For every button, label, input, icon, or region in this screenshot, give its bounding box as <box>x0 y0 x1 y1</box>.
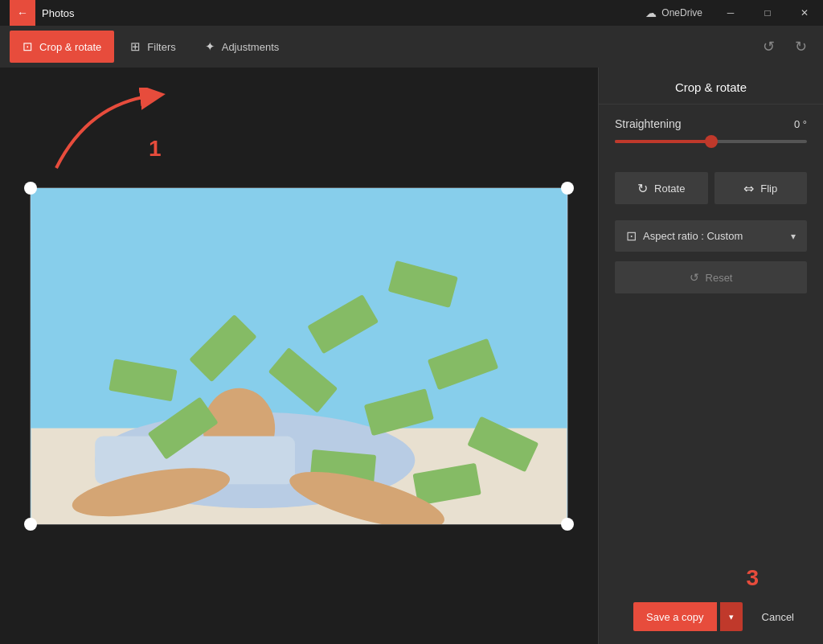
straightening-slider-track[interactable] <box>615 140 807 143</box>
toolbar: ⊡ Crop & rotate ⊞ Filters ✦ Adjustments … <box>0 26 823 68</box>
rotate-button[interactable]: ↻ Rotate <box>615 172 708 204</box>
crop-rotate-label: Crop & rotate <box>39 41 101 53</box>
adjustments-icon: ✦ <box>205 39 215 54</box>
annotation-3: 3 <box>746 565 759 591</box>
straightening-header: Straightening 0 ° <box>615 117 807 130</box>
rotate-flip-row: ↻ Rotate ⇔ Flip <box>615 172 807 204</box>
straightening-slider-thumb[interactable] <box>705 135 718 148</box>
rotate-flip-section: ↻ Rotate ⇔ Flip <box>599 159 823 217</box>
adjustments-button[interactable]: ✦ Adjustments <box>192 31 293 63</box>
panel-title: Crop & rotate <box>599 68 823 105</box>
adjustments-label: Adjustments <box>222 41 280 53</box>
reset-label: Reset <box>706 272 733 284</box>
filters-label: Filters <box>147 41 175 53</box>
annotation-arrow <box>40 88 185 184</box>
aspect-ratio-section: ⊡ Aspect ratio : Custom ▾ ↺ Reset <box>599 217 823 306</box>
onedrive-area: ☁ OneDrive <box>636 6 712 19</box>
rotate-label: Rotate <box>654 183 685 195</box>
reset-button[interactable]: ↺ Reset <box>615 261 807 293</box>
window-controls: ─ □ ✕ <box>712 0 823 26</box>
chevron-down-icon: ▾ <box>791 231 796 242</box>
aspect-ratio-icon: ⊡ <box>626 228 637 244</box>
onedrive-label: OneDrive <box>661 7 702 18</box>
save-container: 3 Save a copy ▾ Cancel <box>599 589 823 644</box>
crop-handle-bottom-right[interactable] <box>561 518 574 531</box>
minimize-button[interactable]: ─ <box>712 0 749 26</box>
undo-redo-controls: ↺ ↻ <box>755 34 813 59</box>
save-dropdown-icon: ▾ <box>729 612 734 622</box>
app-title: Photos <box>42 7 74 19</box>
save-area: Save a copy ▾ Cancel <box>599 589 823 644</box>
straightening-slider-fill <box>615 140 714 143</box>
filters-button[interactable]: ⊞ Filters <box>117 31 188 63</box>
crop-rotate-button[interactable]: ⊡ Crop & rotate <box>10 31 114 63</box>
straightening-section: Straightening 0 ° <box>599 105 823 159</box>
image-content <box>31 188 567 524</box>
crop-image <box>31 188 567 524</box>
reset-icon: ↺ <box>690 271 699 284</box>
image-svg <box>31 188 567 524</box>
side-panel: Crop & rotate Straightening 0 ° ↻ Rotate… <box>598 68 823 644</box>
titlebar: ← Photos ☁ OneDrive ─ □ ✕ <box>0 0 823 26</box>
save-dropdown-button[interactable]: ▾ <box>720 602 743 631</box>
filters-icon: ⊞ <box>130 39 141 54</box>
flip-button[interactable]: ⇔ Flip <box>714 172 808 204</box>
crop-handle-top-right[interactable] <box>561 182 574 195</box>
save-copy-button[interactable]: Save a copy <box>633 602 717 631</box>
titlebar-right: ☁ OneDrive ─ □ ✕ <box>636 0 823 26</box>
canvas-area: 1 2 <box>0 68 598 644</box>
crop-icon: ⊡ <box>23 39 33 54</box>
back-button[interactable]: ← <box>10 0 35 26</box>
crop-container[interactable] <box>30 187 568 525</box>
cancel-button[interactable]: Cancel <box>749 602 807 631</box>
crop-handle-bottom-left[interactable] <box>24 518 37 531</box>
straightening-value: 0 ° <box>794 118 807 130</box>
maximize-button[interactable]: □ <box>749 0 786 26</box>
back-icon: ← <box>17 6 28 19</box>
titlebar-left: ← Photos <box>10 0 74 26</box>
flip-label: Flip <box>760 183 777 195</box>
straightening-label: Straightening <box>615 117 682 130</box>
onedrive-icon: ☁ <box>645 6 657 19</box>
aspect-ratio-label: Aspect ratio : Custom <box>643 230 784 242</box>
main-area: 1 2 <box>0 68 823 644</box>
flip-icon: ⇔ <box>743 181 754 196</box>
aspect-ratio-dropdown[interactable]: ⊡ Aspect ratio : Custom ▾ <box>615 220 807 252</box>
close-button[interactable]: ✕ <box>786 0 823 26</box>
crop-handle-top-left[interactable] <box>24 182 37 195</box>
redo-button[interactable]: ↻ <box>788 34 813 59</box>
rotate-icon: ↻ <box>637 181 648 196</box>
undo-button[interactable]: ↺ <box>755 34 781 59</box>
annotation-1: 1 <box>149 136 162 162</box>
